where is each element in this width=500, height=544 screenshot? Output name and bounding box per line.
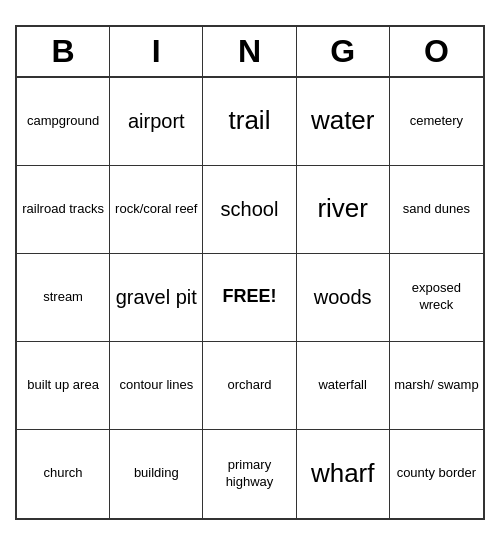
bingo-cell-23: wharf bbox=[297, 430, 390, 518]
header-letter-o: O bbox=[390, 27, 483, 76]
header-letter-b: B bbox=[17, 27, 110, 76]
header-letter-n: N bbox=[203, 27, 296, 76]
bingo-cell-16: contour lines bbox=[110, 342, 203, 430]
bingo-cell-19: marsh/ swamp bbox=[390, 342, 483, 430]
bingo-cell-6: rock/coral reef bbox=[110, 166, 203, 254]
bingo-cell-5: railroad tracks bbox=[17, 166, 110, 254]
bingo-cell-0: campground bbox=[17, 78, 110, 166]
bingo-card: BINGO campgroundairporttrailwatercemeter… bbox=[15, 25, 485, 520]
bingo-cell-24: county border bbox=[390, 430, 483, 518]
bingo-cell-15: built up area bbox=[17, 342, 110, 430]
bingo-cell-17: orchard bbox=[203, 342, 296, 430]
header-letter-i: I bbox=[110, 27, 203, 76]
bingo-cell-7: school bbox=[203, 166, 296, 254]
bingo-cell-18: waterfall bbox=[297, 342, 390, 430]
bingo-cell-8: river bbox=[297, 166, 390, 254]
bingo-cell-2: trail bbox=[203, 78, 296, 166]
bingo-cell-21: building bbox=[110, 430, 203, 518]
header-letter-g: G bbox=[297, 27, 390, 76]
bingo-grid: campgroundairporttrailwatercemeteryrailr… bbox=[17, 78, 483, 518]
bingo-cell-1: airport bbox=[110, 78, 203, 166]
bingo-cell-10: stream bbox=[17, 254, 110, 342]
bingo-cell-13: woods bbox=[297, 254, 390, 342]
bingo-header: BINGO bbox=[17, 27, 483, 78]
bingo-cell-11: gravel pit bbox=[110, 254, 203, 342]
bingo-cell-12: FREE! bbox=[203, 254, 296, 342]
bingo-cell-9: sand dunes bbox=[390, 166, 483, 254]
bingo-cell-4: cemetery bbox=[390, 78, 483, 166]
bingo-cell-3: water bbox=[297, 78, 390, 166]
bingo-cell-22: primary highway bbox=[203, 430, 296, 518]
bingo-cell-14: exposed wreck bbox=[390, 254, 483, 342]
bingo-cell-20: church bbox=[17, 430, 110, 518]
